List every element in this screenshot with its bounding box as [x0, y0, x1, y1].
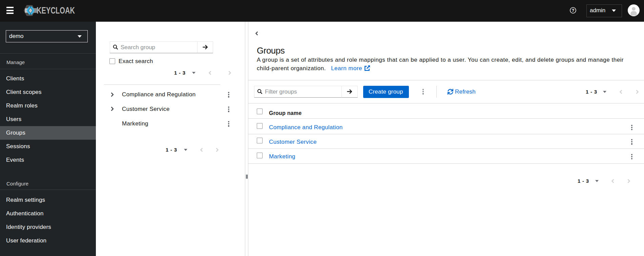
svg-text:?: ?	[572, 8, 575, 13]
svg-text:KEYCLOAK: KEYCLOAK	[37, 5, 75, 16]
